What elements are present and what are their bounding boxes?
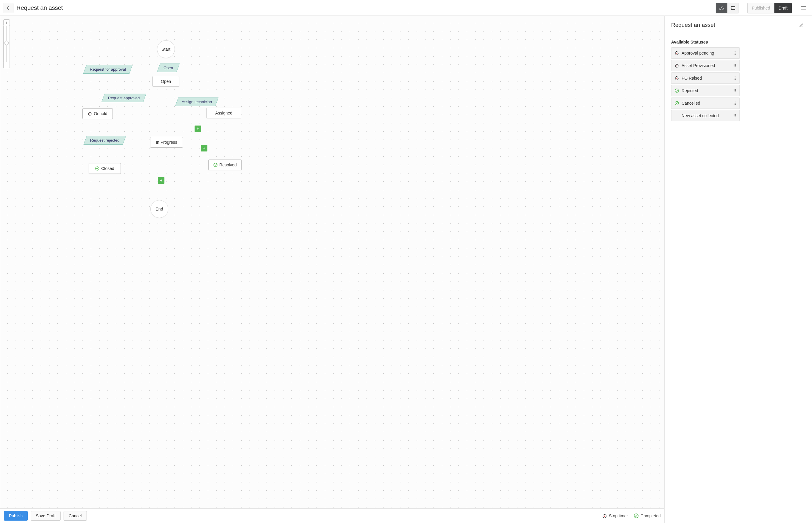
svg-point-4 — [731, 7, 732, 8]
node-label: Assigned — [215, 111, 232, 115]
svg-rect-0 — [721, 6, 722, 7]
zoom-control: + − — [3, 19, 10, 68]
svg-rect-7 — [732, 8, 735, 8]
transition-request-for-approval[interactable]: Request for approval — [83, 65, 133, 74]
svg-point-42 — [735, 78, 736, 79]
svg-point-5 — [731, 9, 732, 10]
svg-point-29 — [676, 65, 677, 66]
completed-icon — [213, 163, 218, 167]
app-header: Request an asset Published Draft — [0, 0, 812, 16]
node-resolved[interactable]: Resolved — [208, 160, 242, 170]
published-tab[interactable]: Published — [747, 3, 774, 13]
publish-button[interactable]: Publish — [4, 511, 28, 521]
svg-point-22 — [735, 52, 736, 53]
svg-point-38 — [676, 78, 677, 79]
zoom-in-button[interactable]: + — [3, 19, 10, 26]
node-onhold[interactable]: Onhold — [82, 108, 113, 119]
status-label: New asset collected — [679, 113, 733, 118]
svg-rect-10 — [89, 112, 90, 112]
svg-point-51 — [735, 92, 736, 92]
stop-timer-icon — [674, 76, 679, 80]
bottom-bar: Publish Save Draft Cancel Stop timer — [0, 508, 664, 523]
svg-point-47 — [735, 89, 736, 90]
transition-assign-technician[interactable]: Assign technician — [175, 97, 219, 106]
transition-open[interactable]: Open — [157, 64, 180, 72]
svg-point-39 — [734, 77, 735, 77]
transition-request-approved[interactable]: Request approved — [102, 94, 146, 102]
svg-point-44 — [735, 79, 736, 80]
status-item[interactable]: New asset collected — [671, 110, 740, 121]
completed-icon — [674, 101, 679, 105]
status-list: Approval pendingAsset ProvisionedPO Rais… — [671, 48, 805, 121]
stop-timer-icon — [674, 51, 679, 55]
status-item[interactable]: Approval pending — [671, 48, 740, 59]
svg-point-25 — [734, 54, 735, 55]
status-item[interactable]: Asset Provisioned — [671, 60, 740, 71]
node-label: Onhold — [94, 111, 107, 116]
publish-state-toggle: Published Draft — [747, 3, 792, 14]
side-title: Request an asset — [671, 22, 798, 28]
zoom-out-button[interactable]: − — [3, 62, 10, 68]
svg-point-20 — [676, 53, 677, 54]
svg-point-50 — [734, 92, 735, 92]
cancel-button[interactable]: Cancel — [64, 511, 87, 521]
status-item[interactable]: Cancelled — [671, 97, 740, 109]
node-in-progress[interactable]: In Progress — [150, 137, 183, 148]
status-item[interactable]: PO Raised — [671, 72, 740, 84]
svg-point-41 — [734, 78, 735, 79]
svg-point-30 — [734, 64, 735, 65]
svg-point-26 — [735, 54, 736, 55]
status-item[interactable]: Rejected — [671, 85, 740, 96]
drag-handle-icon[interactable] — [733, 101, 737, 105]
status-label: Cancelled — [679, 101, 733, 106]
node-assigned[interactable]: Assigned — [207, 108, 241, 119]
node-closed[interactable]: Closed — [89, 163, 121, 174]
svg-point-48 — [734, 90, 735, 91]
svg-point-21 — [734, 52, 735, 53]
svg-point-23 — [734, 53, 735, 54]
drag-handle-icon[interactable] — [733, 64, 737, 68]
connectors — [0, 16, 90, 60]
add-transition-button[interactable]: + — [158, 177, 165, 184]
status-label: Approval pending — [679, 51, 733, 55]
list-view-button[interactable] — [727, 3, 739, 13]
svg-point-35 — [735, 67, 736, 67]
back-button[interactable] — [3, 3, 14, 13]
end-node[interactable]: End — [151, 200, 168, 218]
side-header: Request an asset — [664, 16, 812, 34]
add-transition-button[interactable]: + — [194, 126, 201, 132]
svg-point-64 — [735, 116, 736, 118]
menu-button[interactable] — [799, 4, 808, 13]
svg-point-40 — [735, 77, 736, 77]
svg-point-63 — [734, 116, 735, 118]
status-label: Asset Provisioned — [679, 63, 733, 68]
stop-timer-icon — [602, 513, 607, 518]
diagram-view-button[interactable] — [716, 3, 727, 13]
drag-handle-icon[interactable] — [733, 114, 737, 118]
svg-point-58 — [735, 104, 736, 105]
diagram-canvas[interactable]: + − — [0, 16, 664, 508]
start-label: Start — [161, 47, 170, 52]
drag-handle-icon[interactable] — [733, 89, 737, 93]
view-toggle — [715, 3, 739, 14]
start-node[interactable]: Start — [157, 40, 175, 58]
save-draft-button[interactable]: Save Draft — [31, 511, 61, 521]
drag-handle-icon[interactable] — [733, 76, 737, 80]
svg-point-55 — [734, 103, 735, 104]
stop-timer-icon — [674, 64, 679, 68]
svg-rect-8 — [732, 9, 735, 10]
drag-handle-icon[interactable] — [733, 51, 737, 55]
add-transition-button[interactable]: + — [201, 145, 207, 151]
zoom-handle[interactable] — [4, 41, 8, 45]
draft-tab[interactable]: Draft — [774, 3, 792, 13]
svg-point-59 — [734, 114, 735, 115]
list-icon — [731, 6, 736, 10]
side-panel: Request an asset Available Statuses Appr… — [664, 16, 812, 523]
svg-rect-1 — [719, 9, 720, 10]
node-open[interactable]: Open — [153, 76, 179, 87]
zoom-slider[interactable] — [3, 26, 10, 62]
transition-request-rejected[interactable]: Request rejected — [84, 136, 126, 145]
canvas-area: + − — [0, 16, 664, 523]
edit-button[interactable] — [798, 21, 805, 29]
svg-point-24 — [735, 53, 736, 54]
